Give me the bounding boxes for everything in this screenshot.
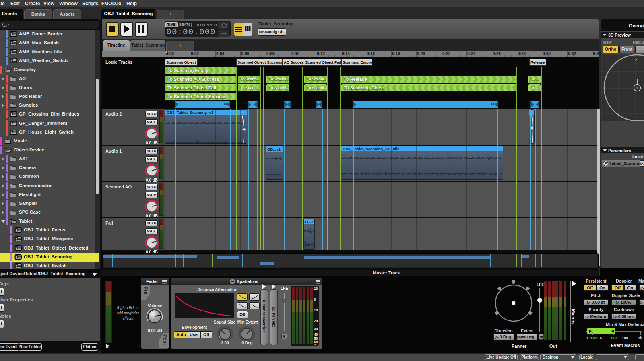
svg-text:z: z [635,58,637,62]
